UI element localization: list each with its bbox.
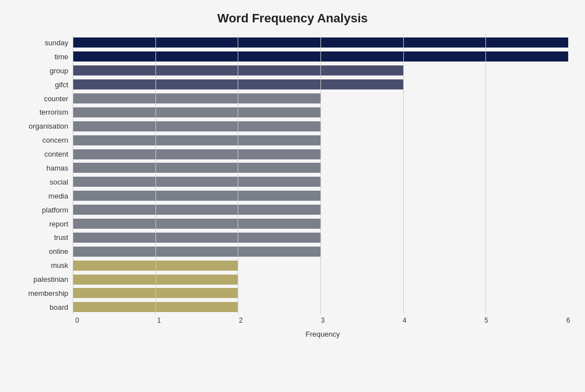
x-tick-label: 1	[157, 317, 161, 324]
bar	[73, 233, 320, 243]
y-label: group	[50, 64, 68, 77]
y-label: media	[49, 190, 68, 202]
y-label: board	[50, 301, 68, 313]
y-label: musk	[51, 259, 68, 272]
y-label: gifct	[55, 78, 68, 91]
y-label: social	[50, 176, 68, 188]
x-axis-label: Frequency	[77, 330, 568, 338]
bar	[73, 107, 320, 117]
y-label: terrorism	[40, 106, 68, 119]
bar-row	[73, 287, 568, 299]
x-tick-label: 5	[484, 317, 488, 324]
bar-row	[73, 218, 568, 230]
bar-row	[73, 273, 568, 286]
bar-row	[73, 204, 568, 216]
chart-title: Word Frequency Analysis	[17, 11, 568, 26]
bar	[73, 79, 403, 89]
bar-row	[73, 106, 568, 119]
bar-row	[73, 36, 568, 49]
bar-row	[73, 148, 568, 160]
x-axis: 0123456 Frequency	[17, 317, 568, 338]
bar-row	[73, 190, 568, 202]
y-label: membership	[28, 287, 68, 299]
y-label: platform	[42, 204, 68, 216]
bar-row	[73, 120, 568, 133]
bar	[73, 121, 320, 131]
bar	[73, 37, 568, 48]
y-axis: sundaytimegroupgifctcounterterrorismorga…	[17, 36, 73, 314]
bar	[73, 191, 320, 201]
bar	[73, 275, 238, 285]
bar	[73, 261, 238, 271]
x-tick-label: 2	[239, 317, 243, 324]
bar-row	[73, 64, 568, 77]
bar-row	[73, 245, 568, 258]
bar	[73, 51, 568, 62]
y-label: concern	[43, 134, 68, 147]
bar	[73, 177, 320, 187]
bar-row	[73, 162, 568, 174]
bar	[73, 288, 238, 298]
y-label: hamas	[46, 162, 68, 174]
bar-row	[73, 232, 568, 244]
bar	[73, 247, 320, 257]
y-label: content	[44, 148, 68, 160]
bar	[73, 149, 320, 159]
bar-row	[73, 259, 568, 272]
bar	[73, 65, 403, 75]
x-tick-label: 0	[76, 317, 79, 324]
x-tick-label: 4	[403, 317, 407, 324]
y-label: trust	[54, 232, 68, 244]
bar	[73, 163, 320, 173]
bars-area	[73, 36, 568, 314]
y-label: report	[49, 218, 68, 230]
bar-row	[73, 134, 568, 147]
bar-row	[73, 176, 568, 188]
y-label: palestinian	[34, 273, 68, 286]
y-label: sunday	[45, 36, 68, 49]
y-label: organisation	[29, 120, 68, 133]
x-tick-label: 6	[567, 317, 570, 324]
y-label: online	[49, 245, 68, 258]
bar-row	[73, 92, 568, 105]
bar	[73, 93, 320, 103]
bar	[73, 205, 320, 215]
bar-row	[73, 301, 568, 313]
bar	[73, 302, 238, 312]
bar-row	[73, 50, 568, 63]
chart-container: Word Frequency Analysis sundaytimegroupg…	[0, 0, 585, 392]
bar-row	[73, 78, 568, 91]
bar	[73, 135, 320, 145]
y-label: time	[54, 50, 68, 63]
bar	[73, 219, 320, 229]
x-tick-label: 3	[321, 317, 325, 324]
y-label: counter	[44, 92, 68, 105]
